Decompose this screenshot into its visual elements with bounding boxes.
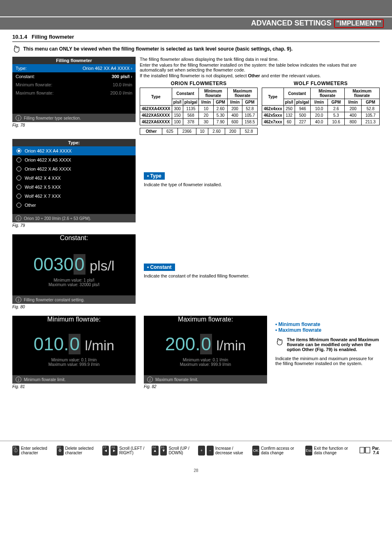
table-row: 462x7xxx6022740.010.6800211.3: [262, 119, 380, 125]
fig78-info-text: Filling flowmeter type selection.: [24, 116, 81, 120]
table-row: 4622XA6XXXX100378307.90600158.5: [140, 119, 258, 125]
type-section-text: Indicate the type of flowmeter installed…: [144, 182, 380, 187]
flowrate-heading: • Minimum flowrate • Maximum flowrate: [275, 321, 380, 333]
fig78-min-label: Minimum flowrate:: [16, 82, 52, 87]
col-const: Constant: [284, 88, 311, 99]
page-number: 28: [0, 468, 392, 477]
radio-icon: [16, 194, 21, 199]
table-row: 4622XA5XXXX150568205.30400105.7: [140, 112, 258, 119]
wolf-table-block: WOLF FLOWMETERS Type Constant Minimum fl…: [262, 81, 380, 135]
fig81-cursor[interactable]: 0: [69, 334, 80, 354]
key-plus-minus: + − Increase / decrease value: [198, 446, 248, 456]
fig82-cursor[interactable]: 0: [200, 334, 212, 354]
type-option-6[interactable]: Other: [12, 201, 136, 210]
header-band: ADVANCED SETTINGS "IMPLEMENT": [0, 17, 392, 30]
fig82-unit: l/min: [216, 338, 246, 353]
col-min: Minimum flowrate: [199, 88, 228, 99]
footer-keys: F1ⓘ Enter selected character F2⚙ Delete …: [0, 441, 392, 460]
esc-key: Esc: [305, 446, 312, 456]
col-max: Maximum flowrate: [344, 88, 379, 99]
book-icon: [359, 445, 371, 456]
table-row: 462x5xxx13250020.05.3400105.7: [262, 112, 380, 119]
type-option-1[interactable]: Orion 4622 X A5 XXXX: [12, 155, 136, 164]
header-title: ADVANCED SETTINGS: [251, 19, 332, 28]
fig82-min: Minimum value: 0.1 l/min: [144, 358, 267, 362]
warning-text: This menu can ONLY be viewed when the fi…: [23, 44, 378, 52]
fig82-caption: Fig. 82: [144, 384, 267, 389]
intro-block: The filling flowmeter allows displaying …: [140, 57, 380, 135]
key-esc: Esc Exit the function or data change: [305, 446, 355, 456]
fig81-info-bar: i Minimum flowrate limit.: [12, 375, 136, 384]
col-const: Constant: [172, 88, 199, 99]
hand-icon: [12, 44, 21, 55]
section-title: Filling flowmeter: [32, 34, 74, 40]
header-pill: "IMPLEMENT": [334, 19, 384, 28]
const-section-text: Indicate the constant of the installed f…: [144, 273, 380, 278]
table-row: 462XXA4XXXX3001135102.6020052.8: [140, 106, 258, 112]
fig80-cursor[interactable]: 0: [74, 254, 85, 275]
arrow-left-icon: ◄: [104, 449, 108, 453]
fig82-info-text: Maximum flowrate limit.: [155, 377, 198, 382]
fig80-max: Maximum value: 32000 pls/l: [12, 282, 136, 287]
fig78-const-row[interactable]: Constant: 300 pls/l ›: [12, 72, 136, 81]
type-option-4[interactable]: Wolf 462 X 5 XXX: [12, 183, 136, 192]
fig79-title: Type:: [12, 139, 136, 146]
col-type: Type: [140, 88, 172, 106]
col-min: Minimum flowrate: [311, 88, 345, 99]
type-option-2[interactable]: Orion 4622 X A6 XXXX: [12, 164, 136, 173]
info-icon: i: [16, 297, 21, 303]
minus-icon: −: [207, 446, 214, 456]
fig78-type-label: Type:: [16, 66, 27, 71]
fig78-const-val: 300 pls/l: [112, 74, 129, 79]
fig78-max-row: Maximum flowrate: 200.0 l/min: [12, 89, 136, 97]
chevron-right-icon: ›: [131, 74, 132, 79]
fig78-max-label: Maximum flowrate:: [16, 90, 53, 95]
fig82-info-bar: i Maximum flowrate limit.: [144, 375, 267, 384]
type-option-3[interactable]: Wolf 462 X 4 XXX: [12, 173, 136, 183]
fig78-info-bar: i Filling flowmeter type selection.: [12, 113, 136, 122]
info-icon: i: [147, 377, 153, 382]
wolf-head: WOLF FLOWMETERS: [262, 81, 380, 86]
info-icon: i: [16, 377, 21, 382]
const-section-label: • Constant: [144, 264, 175, 271]
radio-icon: [16, 148, 21, 153]
fig78-type-val: Orion 462 XX A4 XXXX: [83, 66, 129, 71]
intro-l2: Enter the values for the filling flowmet…: [140, 62, 380, 72]
radio-icon: [16, 185, 21, 190]
section-heading: 10.1.4 Filling flowmeter: [12, 34, 380, 40]
info-icon: i: [16, 115, 21, 121]
min-flowrate-head: • Minimum flowrate: [275, 321, 380, 327]
arrow-down-icon: ▼: [162, 449, 166, 453]
fig82-max: Maximum value: 999.9 l/min: [144, 362, 267, 367]
orion-head: ORION FLOWMETERS: [140, 81, 258, 86]
other-table: Other6252366102.6020052.8: [140, 128, 258, 135]
fig80-num: 0030: [33, 254, 74, 274]
intro-l1: The filling flowmeter allows displaying …: [140, 57, 380, 62]
gear-icon: ⚙: [58, 449, 62, 453]
wolf-table: Type Constant Minimum flowrate Maximum f…: [262, 88, 380, 125]
type-option-5[interactable]: Wolf 462 X 7 XXX: [12, 192, 136, 201]
fig81-min: Minimum value: 0.1 l/min: [12, 358, 136, 362]
fig80-screenshot: Constant: 00300 pls/l Minimum value: 1 p…: [12, 234, 136, 304]
fig78-min-row: Minimum flowrate: 10.0 l/min: [12, 81, 136, 89]
fig82-title: Maximum flowrate:: [144, 316, 267, 323]
radio-icon: [16, 203, 21, 208]
type-option-0[interactable]: Orion 462 XX A4 XXXX: [12, 146, 136, 155]
fig81-max: Maximum value: 999.9 l/min: [12, 362, 136, 367]
plus-icon: +: [198, 446, 205, 456]
fig79-info-bar: i Orion 10 ÷ 200 l/min (2.6 ÷ 53 GPM).: [12, 214, 136, 222]
key-ok: OK Confirm access or data change: [252, 446, 301, 456]
fig79-screenshot: Type: Orion 462 XX A4 XXXX Orion 4622 X …: [12, 139, 136, 222]
radio-icon: [16, 176, 21, 180]
section-num: 10.1.4: [12, 34, 27, 40]
key-f7-f8: F7◄ F8► Scroll (LEFT / RIGHT): [102, 446, 148, 456]
key-f4-f6: F4▲ F6▼ Scroll (UP / DOWN): [152, 446, 194, 456]
flowrate-after: Indicate the minimum and maximum pressur…: [275, 356, 380, 366]
radio-icon: [16, 157, 21, 162]
fig79-caption: Fig. 79: [12, 223, 136, 228]
fig80-caption: Fig. 80: [12, 305, 136, 309]
fig82-screenshot: Maximum flowrate: 200.0 l/min Minimum va…: [144, 316, 267, 384]
fig78-type-row[interactable]: Type: Orion 462 XX A4 XXXX ›: [12, 64, 136, 72]
intro-l3: If the installed filling flowmeter is no…: [140, 73, 380, 78]
top-gray-bar: [0, 0, 392, 16]
